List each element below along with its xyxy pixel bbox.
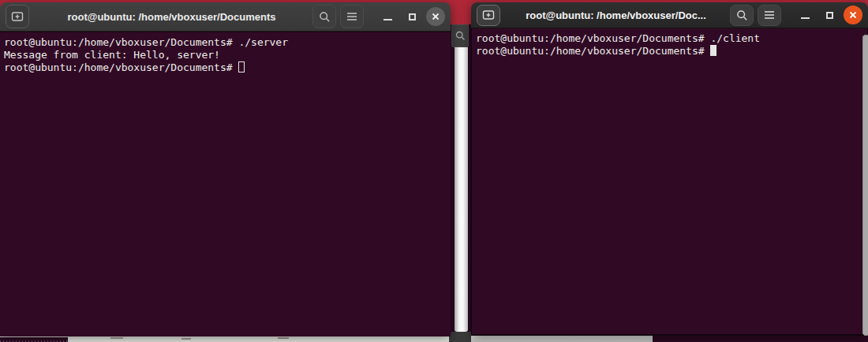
terminal-line: root@ubuntu:/home/vboxuser/Documents#: [4, 61, 449, 74]
window-title: root@ubuntu: /home/vboxuser/Doc...: [506, 9, 726, 21]
bottom-left-terminal-edge: [0, 337, 68, 342]
terminal-line: Message from client: Hello, server!: [4, 49, 449, 61]
minimize-icon: [383, 19, 392, 20]
new-tab-button[interactable]: [6, 5, 29, 28]
new-tab-icon: [11, 11, 24, 22]
new-tab-button[interactable]: [477, 5, 500, 26]
search-button[interactable]: [312, 5, 336, 28]
terminal-output-area[interactable]: root@ubuntu:/home/vboxuser/Documents# ./…: [471, 28, 868, 336]
hamburger-menu-icon: [346, 12, 357, 21]
new-tab-icon: [482, 9, 495, 20]
background-window-body-edge: [455, 47, 468, 332]
maximize-icon: [409, 13, 416, 20]
maximize-icon: [826, 12, 833, 19]
terminal-window-client: root@ubuntu: /home/vboxuser/Doc... root@…: [471, 2, 868, 336]
menu-button[interactable]: [340, 5, 364, 28]
bottom-right-window-edge: [471, 336, 653, 342]
close-button[interactable]: [844, 6, 862, 24]
search-icon: [455, 31, 466, 41]
bottom-edge-mark: [278, 337, 289, 339]
terminal-output-area[interactable]: root@ubuntu:/home/vboxuser/Documents# ./…: [0, 32, 451, 336]
maximize-button[interactable]: [819, 5, 840, 25]
minimize-icon: [801, 17, 810, 19]
window-title: root@ubuntu: /home/vboxuser/Documents: [35, 11, 309, 23]
close-icon: [431, 12, 440, 21]
minimize-button[interactable]: [377, 6, 398, 27]
terminal-cursor: [238, 61, 245, 72]
terminal-cursor: [710, 45, 716, 56]
terminal-line: root@ubuntu:/home/vboxuser/Documents#: [476, 45, 866, 58]
terminal-line: root@ubuntu:/home/vboxuser/Documents# ./…: [476, 32, 866, 45]
maximize-button[interactable]: [402, 6, 422, 27]
hamburger-menu-icon: [764, 10, 775, 20]
search-button[interactable]: [730, 5, 754, 26]
terminal-line: root@ubuntu:/home/vboxuser/Documents# ./…: [4, 36, 449, 49]
bottom-edge-mark: [110, 337, 123, 339]
close-button[interactable]: [426, 7, 445, 26]
background-window-search-button[interactable]: [451, 24, 469, 47]
background-window-bottom-edge: [449, 332, 471, 342]
bottom-edge-mark: [181, 338, 191, 340]
minimize-button[interactable]: [795, 5, 815, 25]
search-icon: [319, 11, 331, 23]
headerbar[interactable]: root@ubuntu: /home/vboxuser/Doc...: [471, 2, 868, 28]
desktop: root@ubuntu: /home/vboxuser/Documents ro…: [0, 0, 868, 342]
bottom-right-terminal-edge: [653, 335, 868, 342]
menu-button[interactable]: [758, 5, 781, 26]
search-icon: [736, 9, 748, 21]
close-icon: [848, 10, 858, 20]
headerbar[interactable]: root@ubuntu: /home/vboxuser/Documents: [0, 2, 451, 32]
overlay-scrollbar[interactable]: [862, 35, 868, 336]
terminal-window-server: root@ubuntu: /home/vboxuser/Documents ro…: [0, 2, 451, 336]
